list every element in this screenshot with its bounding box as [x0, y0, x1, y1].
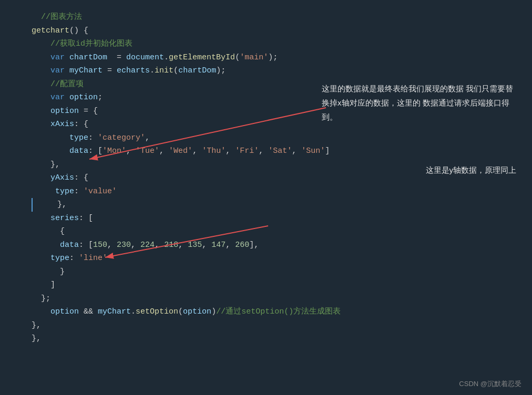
comment-2: //获取id并初始化图表 [32, 37, 132, 51]
code-line-25: }, [32, 332, 521, 346]
code-line-11: data: ['Mon', 'Tue', 'Wed', 'Thu', 'Fri'… [32, 144, 521, 158]
func-name: getchart [32, 24, 69, 38]
code-line-20: } [32, 265, 521, 279]
code-line-5: var myChart = echarts.init(chartDom); [32, 64, 521, 78]
code-line-17: { [32, 225, 521, 238]
code-block: //图表方法 getchart() { //获取id并初始化图表 var cha… [0, 0, 532, 356]
footer: CSDN @沉默着忍受 [459, 379, 521, 389]
annotation-top: 这里的数据就是最终表给我们展现的数据 我们只需要替换掉x轴对应的数据，这里的 数… [322, 81, 516, 124]
code-line-15: }, [32, 198, 521, 212]
code-line-18: data: [150, 230, 224, 218, 135, 147, 260… [32, 238, 521, 252]
kw-var1: var [50, 51, 69, 65]
code-line-24: }, [32, 319, 521, 332]
annotation-bottom: 这里是y轴数据，原理同上 [426, 163, 517, 177]
comment-1: //图表方法 [32, 11, 82, 24]
code-line-4: var chartDom = document.getElementById('… [32, 51, 521, 65]
footer-text: CSDN @沉默着忍受 [459, 380, 521, 388]
code-line-23: option && myChart.setOption(option)//通过s… [32, 305, 521, 319]
annotation-bottom-text: 这里是y轴数据，原理同上 [426, 165, 517, 174]
code-line-3: //获取id并初始化图表 [32, 37, 521, 51]
code-line-19: type: 'line' [32, 252, 521, 265]
code-line-21: ] [32, 278, 521, 292]
code-line-22: }; [32, 292, 521, 306]
code-line-1: //图表方法 [32, 11, 521, 24]
annotation-top-text: 这里的数据就是最终表给我们展现的数据 我们只需要替换掉x轴对应的数据，这里的 数… [322, 81, 516, 124]
code-line-2: getchart() { [32, 24, 521, 38]
code-line-16: series: [ [32, 212, 521, 225]
code-line-10: type: 'category', [32, 131, 521, 145]
code-line-14: type: 'value' [32, 185, 521, 199]
punct-1: () { [69, 24, 88, 38]
